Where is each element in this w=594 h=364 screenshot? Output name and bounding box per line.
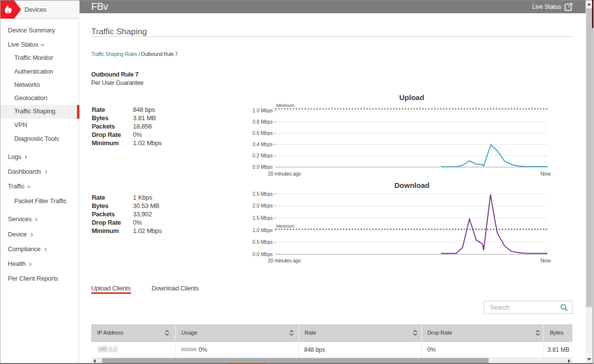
svg-text:Minimum: Minimum: [276, 223, 294, 229]
svg-text:0.4 Mbps: 0.4 Mbps: [253, 142, 273, 147]
svg-text:Minimum: Minimum: [276, 103, 294, 108]
svg-text:1.0 Mbps: 1.0 Mbps: [253, 108, 273, 113]
svg-text:0.6 Mbps: 0.6 Mbps: [253, 130, 273, 136]
svg-text:0.0 Mbps: 0.0 Mbps: [253, 164, 273, 170]
svg-text:20 minutes ago: 20 minutes ago: [268, 258, 301, 263]
svg-text:2.5 Mbps: 2.5 Mbps: [253, 191, 273, 197]
svg-text:0.8 Mbps: 0.8 Mbps: [253, 119, 273, 125]
svg-text:1.5 Mbps: 1.5 Mbps: [253, 215, 273, 221]
svg-text:2.0 Mbps: 2.0 Mbps: [253, 203, 273, 208]
svg-text:Now: Now: [541, 258, 551, 263]
svg-text:20 minutes ago: 20 minutes ago: [268, 171, 301, 177]
svg-text:1.0 Mbps: 1.0 Mbps: [253, 228, 273, 233]
svg-text:Now: Now: [541, 171, 551, 177]
svg-text:0.0 Mbps: 0.0 Mbps: [253, 252, 273, 257]
svg-text:0.2 Mbps: 0.2 Mbps: [253, 153, 273, 158]
svg-text:0.5 Mbps: 0.5 Mbps: [253, 239, 273, 245]
